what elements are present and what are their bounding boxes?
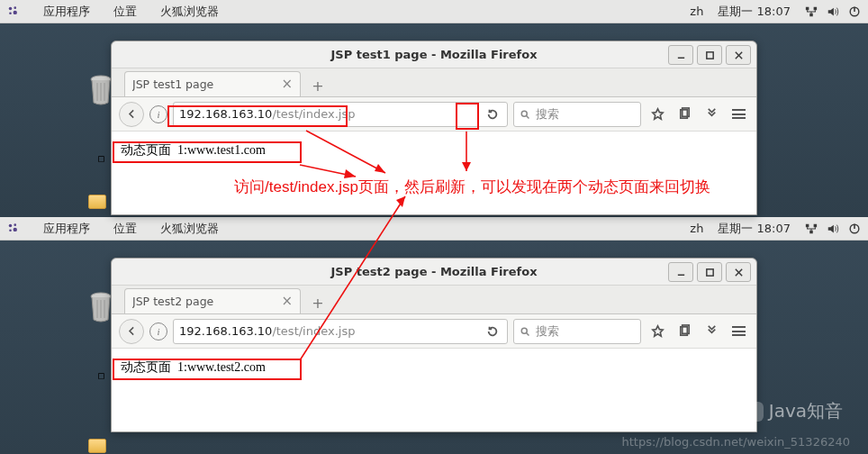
overflow-icon[interactable] <box>701 321 722 342</box>
url-host: 192.168.163.10 <box>179 324 272 338</box>
activities-logo <box>7 222 20 235</box>
bookmark-star-icon[interactable] <box>646 104 668 125</box>
svg-marker-32 <box>652 109 662 119</box>
search-placeholder: 搜索 <box>536 323 559 340</box>
content-value: 1:www.test1.com <box>177 143 266 157</box>
url-bar[interactable]: 192.168.163.10/test/index.jsp <box>173 102 508 127</box>
menu-firefox[interactable]: 火狐浏览器 <box>160 221 219 237</box>
taskbar-item[interactable]: ▫ <box>97 151 110 164</box>
new-tab-button[interactable]: + <box>306 292 330 313</box>
maximize-button[interactable] <box>697 262 722 282</box>
nav-toolbar: i 192.168.163.10/test/index.jsp 搜索 <box>112 314 756 349</box>
svg-marker-41 <box>652 326 662 336</box>
svg-rect-14 <box>814 223 818 227</box>
input-method-indicator[interactable]: zh <box>690 222 703 235</box>
tab-close-icon[interactable]: × <box>281 77 293 91</box>
site-info-icon[interactable]: i <box>149 322 167 340</box>
window-titlebar[interactable]: JSP test1 page - Mozilla Firefox <box>112 41 756 68</box>
svg-point-11 <box>9 229 12 232</box>
menu-firefox[interactable]: 火狐浏览器 <box>160 4 219 20</box>
svg-line-40 <box>527 332 529 335</box>
top-panel-1: 应用程序 位置 火狐浏览器 zh 星期一 18:07 <box>0 0 868 23</box>
volume-icon[interactable] <box>827 5 839 18</box>
network-icon[interactable] <box>805 222 818 235</box>
trash-icon[interactable] <box>88 74 113 106</box>
page-content: 动态页面 1:www.test2.com <box>112 349 756 431</box>
taskbar-item[interactable]: ▫ <box>97 368 110 381</box>
desktop-folder-icon[interactable] <box>88 195 106 209</box>
search-icon <box>520 326 530 337</box>
trash-icon[interactable] <box>88 291 113 323</box>
desktop-folder-icon[interactable] <box>88 439 106 453</box>
window-title: JSP test1 page - Mozilla Firefox <box>330 48 537 61</box>
svg-point-12 <box>14 227 17 231</box>
menu-button[interactable] <box>728 321 749 342</box>
svg-point-9 <box>9 223 13 227</box>
window-titlebar[interactable]: JSP test2 page - Mozilla Firefox <box>112 259 756 286</box>
maximize-button[interactable] <box>697 45 722 65</box>
power-icon[interactable] <box>848 222 861 235</box>
site-info-icon[interactable]: i <box>149 105 167 123</box>
menu-places[interactable]: 位置 <box>113 4 137 20</box>
reload-button[interactable] <box>482 322 503 341</box>
svg-rect-5 <box>814 6 818 10</box>
reload-button[interactable] <box>482 104 503 124</box>
minimize-button[interactable] <box>668 45 693 65</box>
clock[interactable]: 星期一 18:07 <box>718 4 791 20</box>
svg-point-30 <box>521 111 527 116</box>
menu-button[interactable] <box>728 104 749 125</box>
volume-icon[interactable] <box>827 222 839 235</box>
firefox-window-1: JSP test1 page - Mozilla Firefox JSP tes… <box>111 41 757 215</box>
content-value: 1:www.test2.com <box>177 360 266 374</box>
tab-label: JSP test2 page <box>132 295 274 308</box>
tab-label: JSP test1 page <box>132 77 274 91</box>
browser-tab[interactable]: JSP test1 page × <box>124 71 301 96</box>
url-path: /test/index.jsp <box>272 324 355 338</box>
tab-bar: JSP test1 page × + <box>112 68 756 97</box>
back-button[interactable] <box>119 102 144 127</box>
library-icon[interactable] <box>674 321 695 342</box>
menu-applications[interactable]: 应用程序 <box>43 4 90 20</box>
svg-line-31 <box>527 115 529 118</box>
activities-logo <box>7 5 20 18</box>
back-button[interactable] <box>119 319 144 344</box>
nav-toolbar: i 192.168.163.10/test/index.jsp 搜索 <box>112 97 756 132</box>
svg-rect-6 <box>809 13 813 16</box>
svg-rect-15 <box>809 230 813 233</box>
firefox-window-2: JSP test2 page - Mozilla Firefox JSP tes… <box>111 258 757 432</box>
new-tab-button[interactable]: + <box>306 75 330 96</box>
menu-places[interactable]: 位置 <box>113 221 137 237</box>
svg-point-3 <box>14 10 17 14</box>
close-button[interactable] <box>726 45 751 65</box>
url-path: /test/index.jsp <box>272 107 355 121</box>
url-bar[interactable]: 192.168.163.10/test/index.jsp <box>173 319 508 344</box>
close-button[interactable] <box>726 262 751 282</box>
power-icon[interactable] <box>848 5 861 18</box>
library-icon[interactable] <box>674 104 695 125</box>
svg-rect-13 <box>806 223 809 227</box>
search-placeholder: 搜索 <box>536 106 559 123</box>
svg-rect-4 <box>806 6 809 10</box>
svg-point-2 <box>9 12 12 14</box>
search-bar[interactable]: 搜索 <box>513 102 641 127</box>
clock[interactable]: 星期一 18:07 <box>718 221 791 237</box>
browser-tab[interactable]: JSP test2 page × <box>124 288 301 313</box>
page-content: 动态页面 1:www.test1.com <box>112 132 756 214</box>
svg-rect-27 <box>706 51 712 58</box>
svg-point-39 <box>521 328 527 333</box>
content-label: 动态页面 <box>121 143 171 157</box>
minimize-button[interactable] <box>668 262 693 282</box>
input-method-indicator[interactable]: zh <box>690 5 703 18</box>
tab-close-icon[interactable]: × <box>281 295 293 308</box>
search-bar[interactable]: 搜索 <box>513 319 641 344</box>
overflow-icon[interactable] <box>701 104 722 125</box>
search-icon <box>520 109 530 120</box>
url-host: 192.168.163.10 <box>179 107 272 121</box>
network-icon[interactable] <box>805 5 818 18</box>
content-label: 动态页面 <box>121 360 171 374</box>
svg-point-1 <box>14 6 16 9</box>
menu-applications[interactable]: 应用程序 <box>43 221 90 237</box>
svg-point-0 <box>9 6 13 10</box>
svg-point-10 <box>14 223 16 226</box>
bookmark-star-icon[interactable] <box>646 321 668 342</box>
